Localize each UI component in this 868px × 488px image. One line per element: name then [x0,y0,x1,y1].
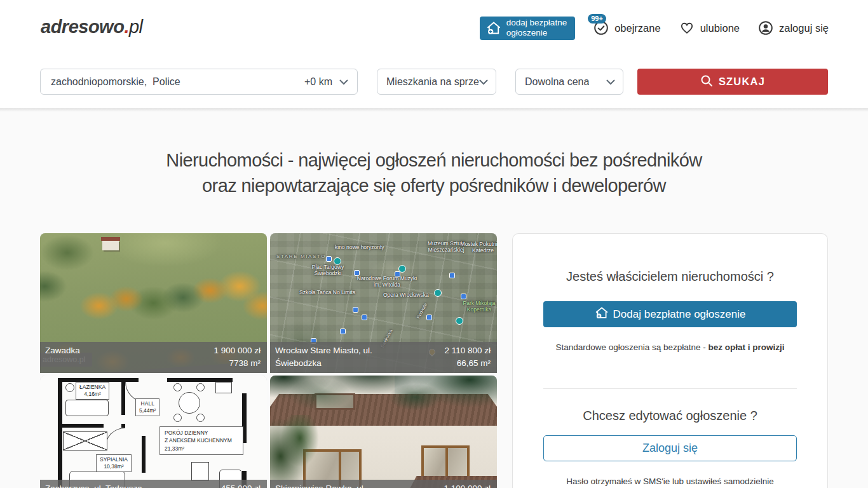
nav-item-viewed[interactable]: 99+ obejrzane [593,20,660,36]
search-button[interactable]: SZUKAJ [637,69,828,95]
listing-location: Skierniewice Rawka, ul. [275,482,366,488]
add-listing-button[interactable]: dodaj bezpłatne ogłoszenie [480,17,575,40]
chevron-down-icon [339,76,348,88]
listing-caption: Skierniewice Rawka, ul. 1 100 000 zł [270,480,497,488]
viewed-label: obejrzane [614,22,660,34]
sidebar-add-listing-button[interactable]: Dodaj bezpłatne ogłoszenie [543,301,797,327]
plan-wall [121,378,125,415]
listing-photo-house [270,376,497,488]
site-logo[interactable]: adresowo.pl [41,17,143,37]
plan-bathtub [65,400,109,416]
listing-price: 2 110 800 zł [444,346,491,355]
listing-card[interactable]: STARE MIASTO kino nowe horyzonty Muzeum … [270,233,497,373]
map-poi-icon [398,265,406,273]
listing-photo-floorplan: ŁAZIENKA 4,16m² HALL 5,44m² SYPIALNIA 10… [40,376,267,488]
listing-card[interactable]: ŁAZIENKA 4,16m² HALL 5,44m² SYPIALNIA 10… [40,376,267,488]
location-input[interactable]: zachodniopomorskie, Police +0 km [40,69,358,95]
page: adresowo.pl dodaj bezpłatne ogłoszenie 9… [0,0,868,488]
listing-grid: adresowo.pl Zawadka 1 900 000 zł 7738 m²… [40,233,497,488]
logo-dot: . [124,17,129,37]
house-plus-icon [595,306,609,323]
plan-door-arc [105,428,125,448]
listing-price-area: 1 100 000 zł [444,482,491,488]
listing-area: 7738 m² [229,358,261,368]
plan-room-label: SYPIALNIA 10,38m² [96,454,132,472]
aerial-house-shape [102,241,119,250]
plan-wall [142,436,146,473]
map-pin-icon [426,315,432,320]
listing-price: 455 000 zł [221,484,261,488]
plan-room-label: POKÓJ DZIENNY Z ANEKSEM KUCHENNYM 21,33m… [159,426,243,455]
map-label: Opera Wrocławska [383,292,429,298]
listing-location: Zacharzyce, ul. Tadeusza [45,482,142,488]
listing-card[interactable]: adresowo.pl Zawadka 1 900 000 zł 7738 m² [40,233,267,373]
map-label: kino nowe horyzonty [335,244,384,250]
map-poi-icon [434,289,442,297]
logo-text: adresowo [41,17,124,37]
login-label: zaloguj się [779,22,829,34]
listing-location: Zawadka [45,344,80,357]
tree-branches [270,376,497,448]
nav-item-login[interactable]: zaloguj się [758,20,829,36]
chevron-down-icon [606,76,615,88]
login-button-label: Zaloguj się [642,442,698,455]
plan-table [179,392,200,414]
check-circle-icon: 99+ [593,20,609,36]
plan-room-label: ŁAZIENKA 4,16m² [76,382,109,400]
radius-value: +0 km [304,76,332,88]
listing-price-area: 455 000 zł [221,482,261,488]
map-pin-icon [362,315,367,320]
map-label: Mostek Pokutnic w Katedrze [458,241,497,254]
plan-chair [196,414,205,422]
search-button-label: SZUKAJ [719,76,765,88]
map-label: Plac Targowy Świebodzki [303,264,353,276]
house-plus-icon [486,21,501,36]
chevron-down-icon [479,76,488,88]
listing-price-area: 2 110 800 zł 66,65 m² [444,344,491,370]
listing-price: 1 100 000 zł [444,484,491,488]
listing-price-area: 1 900 000 zł 7738 m² [214,344,261,370]
map-label: STARE MIASTO [276,254,326,260]
plan-armchair [191,462,209,481]
plan-chair [196,383,205,391]
header: adresowo.pl dodaj bezpłatne ogłoszenie 9… [0,0,868,108]
user-icon [758,20,773,36]
map-pin-icon [340,329,346,334]
listing-caption: Wrocław Stare Miasto, ul. Świebodzka 2 1… [270,342,497,373]
price-value: Dowolna cena [525,76,589,88]
price-select[interactable]: Dowolna cena [515,69,623,95]
login-button[interactable]: Zaloguj się [543,435,797,461]
viewed-count-badge: 99+ [588,14,606,24]
favorites-label: ulubione [700,22,740,34]
listing-location: Wrocław Stare Miasto, ul. Świebodzka [275,344,402,370]
search-icon [700,74,713,90]
map-pin-icon [449,273,455,278]
nav-item-favorites[interactable]: ulubione [679,20,740,36]
edit-heading: Chcesz edytować ogłoszenie ? [543,409,797,423]
location-value: zachodniopomorskie, Police [51,76,304,88]
plan-room-label: HALL 5,44m² [135,398,159,416]
edit-note: Hasło otrzymałeś w SMS'ie lub ustawiłeś … [543,477,797,486]
map-pin-icon [326,256,332,262]
logo-tld: pl [129,17,143,37]
plan-chair [173,383,182,391]
listing-caption: Zawadka 1 900 000 zł 7738 m² [40,342,267,373]
property-type-select[interactable]: Mieszkania na sprzeda [377,69,496,95]
heart-icon [679,20,695,36]
listing-price: 1 900 000 zł [214,346,261,355]
map-pin-icon [353,307,358,313]
plan-sink [65,383,74,392]
sidebar-add-listing-label: Dodaj bezpłatne ogłoszenie [613,308,746,321]
header-nav: dodaj bezpłatne ogłoszenie 99+ obejrzane… [480,15,829,41]
owner-note: Standardowe ogłoszenia są bezpłatne - be… [543,342,797,352]
map-label: Szkoła Tańca No Limits [299,289,355,295]
search-bar: zachodniopomorskie, Police +0 km Mieszka… [40,69,828,95]
page-title: Nieruchomości - najwięcej ogłoszeń nieru… [0,147,868,198]
main-content: Nieruchomości - najwięcej ogłoszeń nieru… [0,109,868,488]
plan-wall [58,424,104,428]
map-label: Park Mikołaja Kopernika [454,300,497,313]
house-window [421,445,470,480]
listing-card[interactable]: Skierniewice Rawka, ul. 1 100 000 zł [270,376,497,488]
plan-stove [215,382,232,393]
edit-section: Chcesz edytować ogłoszenie ? Zaloguj się… [513,389,827,486]
